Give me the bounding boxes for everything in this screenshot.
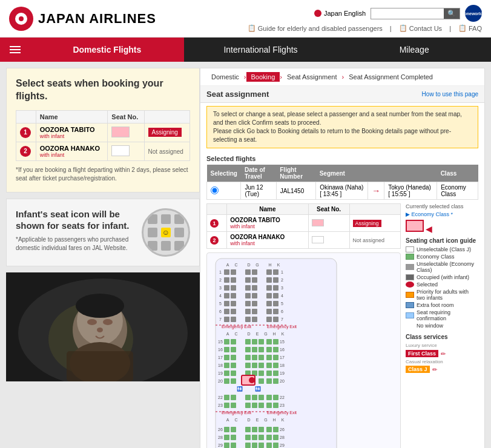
search-button[interactable]: 🔍 (444, 8, 460, 19)
svg-rect-107 (252, 347, 257, 352)
svg-rect-99 (259, 339, 264, 344)
svg-rect-125 (252, 363, 257, 368)
seat-map-svg: A C D G H K 1 (209, 255, 343, 448)
svg-text:4: 4 (219, 294, 222, 298)
mini-seat-table: Name Seat No. 1 OOZORA TABITO with infan… (206, 203, 401, 249)
tab-mileage[interactable]: Mileage (337, 38, 491, 62)
svg-text:H: H (272, 332, 275, 336)
svg-rect-9 (174, 241, 184, 251)
svg-text:3: 3 (281, 286, 283, 290)
svg-text:H: H (268, 263, 271, 267)
faq-link[interactable]: 📋 FAQ (458, 24, 482, 32)
oneworld-badge: oneworld (465, 5, 482, 22)
economy-class-link[interactable]: ▶ Economy Class * (406, 211, 453, 217)
legend-priority-infants: Priority for adults with two infants (406, 289, 478, 301)
flight-select-radio[interactable] (211, 186, 219, 194)
search-input[interactable] (371, 8, 444, 19)
svg-rect-192 (259, 435, 264, 440)
svg-rect-161 (231, 403, 236, 408)
svg-text:5: 5 (219, 301, 222, 306)
svg-rect-30 (231, 269, 236, 275)
svg-rect-156 (266, 395, 272, 400)
svg-rect-201 (259, 443, 264, 448)
booking-info-box: Select seats when booking your flights. … (6, 68, 200, 193)
passenger-1-sub: with infant (40, 133, 104, 139)
svg-text:D: D (247, 332, 250, 336)
svg-point-17 (97, 328, 103, 332)
hamburger-menu[interactable] (0, 38, 30, 62)
col-seat: Seat No. (108, 110, 144, 123)
breadcrumb-completed: Seat Assignment Completed (344, 72, 438, 82)
svg-rect-42 (273, 277, 278, 283)
flight-number: JAL1450 (276, 182, 315, 200)
svg-rect-191 (252, 435, 257, 440)
search-box[interactable]: 🔍 (371, 8, 460, 19)
svg-rect-183 (259, 427, 264, 432)
header-links: 📋 Guide for elderly and disabled passeng… (248, 24, 482, 32)
seat-assignment-title: Seat assignment (206, 90, 269, 99)
svg-rect-8 (161, 241, 171, 251)
passenger-2-sub: with infant (40, 152, 104, 158)
flag-icon (314, 10, 321, 17)
tab-domestic[interactable]: Domestic Flights (30, 38, 184, 62)
svg-text:A: A (226, 418, 229, 422)
breadcrumb-domestic: Domestic (206, 72, 244, 82)
svg-text:28: 28 (280, 435, 285, 440)
svg-text:H: H (272, 418, 275, 422)
passenger-row-2: 2 OOZORA HANAKO with infant Not assigned (16, 142, 190, 160)
svg-rect-146 (273, 378, 278, 384)
baby-photo-svg (6, 272, 200, 381)
svg-point-143 (249, 377, 255, 383)
contact-link[interactable]: 📋 Contact Us (399, 24, 442, 32)
svg-rect-45 (224, 285, 229, 291)
svg-rect-62 (231, 301, 236, 306)
svg-rect-184 (266, 427, 272, 432)
svg-rect-123 (231, 363, 236, 368)
svg-rect-136 (266, 371, 272, 376)
svg-rect-189 (231, 435, 236, 440)
seat-assignment-header: Seat assignment How to use this page (200, 86, 484, 103)
main-content: Select seats when booking your flights. … (0, 62, 491, 448)
mini-passenger-row-2: 2 OOZORA HANAKO with infant Not assigned (207, 232, 401, 249)
svg-rect-37 (224, 277, 229, 283)
svg-rect-54 (231, 293, 236, 298)
header-right: Japan English 🔍 oneworld 📋 Guide for eld… (248, 5, 482, 32)
svg-rect-116 (252, 355, 257, 360)
svg-text:29: 29 (280, 443, 285, 447)
svg-text:A: A (226, 332, 229, 336)
svg-rect-162 (245, 403, 251, 408)
svg-rect-104 (224, 347, 229, 352)
svg-text:C: C (234, 263, 237, 267)
svg-text:29: 29 (218, 443, 223, 447)
infant-seat-icon: ☺ (142, 208, 190, 257)
svg-text:C: C (234, 418, 237, 422)
passenger-seat-table: Name Seat No. 1 OOZORA TABITO with infan… (16, 110, 190, 161)
mini-assigning-btn-1[interactable]: Assigning (353, 220, 381, 227)
svg-text:Emergency Exit: Emergency Exit (222, 410, 251, 415)
svg-rect-144 (259, 378, 264, 384)
language-selector[interactable]: Japan English (314, 10, 366, 17)
svg-text:2: 2 (281, 278, 283, 282)
passenger-2-name: OOZORA HANAKO (40, 145, 104, 152)
class-services-title: Class services (406, 334, 478, 340)
svg-text:17: 17 (280, 355, 285, 360)
assigning-button-1[interactable]: Assigning (148, 128, 182, 137)
svg-text:K: K (282, 332, 285, 336)
seat-map-container: Name Seat No. 1 OOZORA TABITO with infan… (200, 203, 484, 448)
svg-rect-55 (245, 293, 251, 298)
passenger-row-1: 1 OOZORA TABITO with infant Assigning (16, 123, 190, 142)
infant-info-box: Infant's seat icon will be shown for sea… (6, 199, 200, 266)
how-to-link[interactable]: How to use this page (422, 91, 478, 97)
logo-area: JAPAN AIRLINES (9, 7, 156, 31)
svg-rect-117 (259, 355, 264, 360)
svg-rect-113 (224, 355, 229, 360)
guide-link[interactable]: 📋 Guide for elderly and disabled passeng… (248, 24, 383, 32)
seat-assignment-desc: To select or change a seat, please selec… (206, 106, 478, 148)
breadcrumb-seat-assignment: Seat Assignment (282, 72, 342, 82)
svg-rect-48 (252, 285, 257, 291)
oneworld-label: oneworld (464, 12, 483, 16)
svg-text:K: K (277, 263, 280, 267)
svg-rect-140 (224, 378, 229, 384)
tab-international[interactable]: International Flights (184, 38, 338, 62)
info-box-title: Select seats when booking your flights. (16, 77, 190, 103)
